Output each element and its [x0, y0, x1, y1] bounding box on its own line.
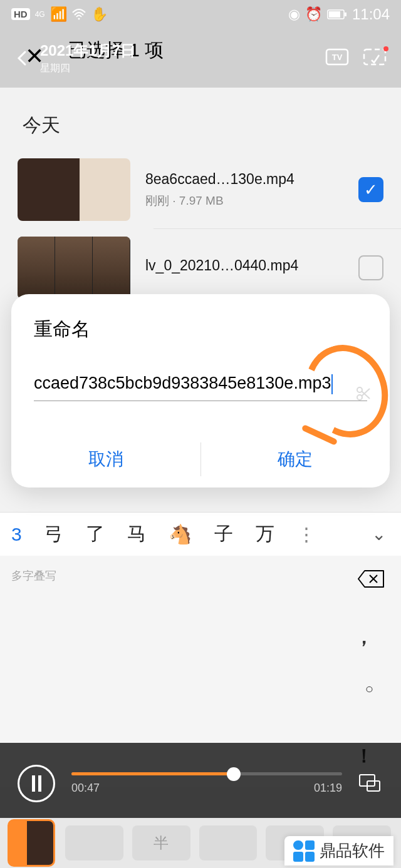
- ime-candidate[interactable]: 了: [75, 521, 116, 547]
- svg-rect-3: [329, 11, 340, 18]
- progress-fill: [71, 772, 234, 775]
- pip-icon[interactable]: [358, 771, 383, 796]
- section-today: 今天: [0, 88, 401, 151]
- ime-more: ⋮: [286, 523, 327, 545]
- watermark: 鼎品软件: [284, 836, 393, 865]
- time-current: 00:47: [71, 782, 100, 795]
- svg-point-0: [78, 18, 80, 19]
- file-thumbnail: [18, 158, 130, 221]
- ime-candidate[interactable]: 弓: [33, 521, 75, 547]
- keyboard-hint: 多字叠写: [11, 568, 56, 583]
- clock-time: 11:04: [352, 6, 390, 23]
- header: ✕ 已选择 1 项 2021年1月7日 星期四 TV: [0, 28, 401, 88]
- file-name: 8ea6ccaed…130e.mp4: [145, 171, 358, 188]
- watermark-text: 鼎品软件: [320, 840, 385, 862]
- ime-candidate[interactable]: 子: [203, 521, 244, 547]
- bottom-thumbnail[interactable]: [8, 819, 55, 867]
- eye-icon: ◉: [288, 6, 300, 23]
- kbd-key[interactable]: [65, 825, 123, 860]
- kbd-key[interactable]: [199, 825, 258, 860]
- chevron-down-icon[interactable]: ⌄: [357, 524, 401, 544]
- wifi-icon: [72, 9, 86, 20]
- confirm-button[interactable]: 确定: [201, 431, 390, 488]
- network-icon: 4G: [35, 10, 45, 19]
- file-checkbox[interactable]: ✓: [358, 177, 383, 202]
- ime-candidate[interactable]: 🐴: [157, 523, 203, 545]
- ime-candidate[interactable]: 3: [0, 524, 33, 545]
- file-name: lv_0_20210…0440.mp4: [145, 257, 358, 274]
- hand-icon: ✋: [91, 6, 108, 23]
- backspace-key[interactable]: [356, 568, 386, 590]
- comma-key[interactable]: ，: [355, 625, 373, 650]
- cast-icon[interactable]: TV: [325, 48, 350, 69]
- alarm-icon: ⏰: [305, 6, 322, 23]
- svg-text:TV: TV: [332, 53, 343, 62]
- cancel-button[interactable]: 取消: [11, 431, 200, 488]
- file-thumbnail: [18, 237, 130, 299]
- time-total: 01:19: [314, 782, 342, 795]
- ime-suggestion-bar: 3 弓 了 马 🐴 子 万 ⋮ ⌄: [0, 512, 401, 556]
- status-bar: HD 4G 📶 ✋ ◉ ⏰ 11:04: [0, 0, 401, 28]
- kbd-key[interactable]: 半: [132, 825, 190, 860]
- file-row[interactable]: 8ea6ccaed…130e.mp4 刚刚 · 7.97 MB ✓: [0, 151, 401, 228]
- hd-badge: HD: [11, 8, 30, 20]
- file-checkbox[interactable]: [358, 255, 383, 280]
- status-right: ◉ ⏰ 11:04: [288, 6, 390, 23]
- file-meta: 刚刚 · 7.97 MB: [145, 193, 358, 209]
- ime-candidate[interactable]: 万: [244, 521, 286, 547]
- page-day: 星期四: [40, 62, 325, 75]
- back-icon[interactable]: [14, 49, 31, 67]
- signal-icon: 📶: [50, 6, 67, 23]
- status-left: HD 4G 📶 ✋: [11, 6, 108, 23]
- progress-bar[interactable]: 00:47 01:19: [71, 772, 342, 795]
- circle-key[interactable]: ○: [365, 681, 373, 697]
- ime-candidate[interactable]: 马: [116, 521, 157, 547]
- more-icon[interactable]: [362, 48, 387, 69]
- pause-button[interactable]: [18, 765, 55, 802]
- watermark-logo-icon: [293, 840, 315, 862]
- svg-rect-2: [345, 13, 346, 16]
- progress-thumb[interactable]: [227, 767, 241, 781]
- battery-icon: [327, 9, 347, 19]
- video-player-bar: 00:47 01:19: [0, 743, 401, 824]
- page-date: 2021年1月7日: [40, 41, 325, 61]
